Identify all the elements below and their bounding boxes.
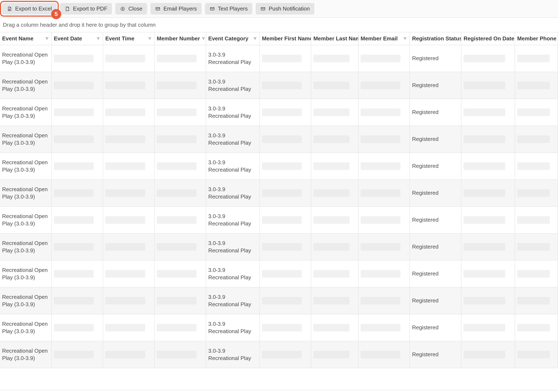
col-header[interactable]: Registration Status — [410, 32, 461, 45]
cell — [103, 45, 154, 72]
cell — [154, 179, 206, 206]
table-row[interactable]: Recreational Open Play (3.0-3.9)3.0-3.9 … — [0, 126, 558, 153]
redacted-value — [313, 297, 349, 305]
cell: Registered — [410, 153, 461, 179]
col-header[interactable]: Member Number — [154, 32, 206, 45]
col-header[interactable]: Event Category — [206, 32, 260, 45]
redacted-value — [361, 270, 401, 278]
redacted-value — [313, 162, 349, 170]
filter-icon[interactable] — [558, 36, 558, 41]
cell — [358, 126, 410, 153]
redacted-value — [157, 136, 197, 143]
cell — [515, 126, 558, 153]
cell: Recreational Open Play (3.0-3.9) — [0, 153, 52, 179]
col-header[interactable]: Registered On Date... — [461, 32, 515, 45]
cell — [260, 314, 311, 341]
filter-icon[interactable] — [96, 36, 101, 41]
col-label: Member First Name — [262, 35, 311, 42]
redacted-value — [54, 162, 94, 170]
redacted-value — [262, 243, 302, 251]
cell — [311, 99, 358, 126]
table-row[interactable]: Recreational Open Play (3.0-3.9)3.0-3.9 … — [0, 233, 558, 260]
cell — [358, 314, 410, 341]
redacted-value — [361, 55, 401, 62]
event-name: Recreational Open Play (3.0-3.9) — [2, 51, 49, 66]
redacted-value — [157, 243, 197, 251]
registration-status: Registered — [412, 243, 459, 250]
event-name: Recreational Open Play (3.0-3.9) — [2, 105, 49, 120]
cell — [311, 179, 358, 206]
registration-status: Registered — [412, 189, 459, 197]
event-name: Recreational Open Play (3.0-3.9) — [2, 159, 49, 173]
push-notification-button[interactable]: Push Notification — [256, 3, 314, 15]
col-header[interactable]: Event Time — [103, 32, 154, 45]
cell — [461, 260, 515, 287]
cell: Recreational Open Play (3.0-3.9) — [0, 99, 52, 126]
export-to-pdf-button[interactable]: Export to PDF — [60, 3, 112, 15]
col-header[interactable]: Member Email — [358, 32, 410, 45]
event-category: 3.0-3.9 Recreational Play — [208, 239, 257, 254]
cell — [260, 341, 311, 368]
col-header[interactable]: Member Phone — [515, 32, 558, 45]
text-players-button[interactable]: Text Players — [205, 3, 253, 15]
col-header[interactable]: Member Last Name — [311, 32, 358, 45]
table-row[interactable]: Recreational Open Play (3.0-3.9)3.0-3.9 … — [0, 99, 558, 126]
cell — [358, 233, 410, 260]
redacted-value — [54, 270, 94, 278]
redacted-value — [361, 351, 401, 358]
table-row[interactable]: Recreational Open Play (3.0-3.9)3.0-3.9 … — [0, 179, 558, 206]
registration-status: Registered — [412, 351, 459, 358]
cell: 3.0-3.9 Recreational Play — [206, 314, 260, 341]
redacted-value — [517, 55, 550, 62]
cell: 3.0-3.9 Recreational Play — [206, 99, 260, 126]
table-row[interactable]: Recreational Open Play (3.0-3.9)3.0-3.9 … — [0, 341, 558, 368]
cell — [515, 72, 558, 99]
col-header[interactable]: Event Date — [52, 32, 103, 45]
redacted-value — [361, 82, 401, 89]
cell: 3.0-3.9 Recreational Play — [206, 45, 260, 72]
col-header[interactable]: Event Name — [0, 32, 52, 45]
cell — [461, 206, 515, 233]
redacted-value — [517, 270, 550, 278]
registration-status: Registered — [412, 270, 459, 277]
col-label: Event Name — [2, 35, 34, 42]
table-row[interactable]: Recreational Open Play (3.0-3.9)3.0-3.9 … — [0, 260, 558, 287]
col-label: Registration Status — [412, 35, 461, 42]
table-row[interactable]: Recreational Open Play (3.0-3.9)3.0-3.9 … — [0, 314, 558, 341]
table-row[interactable]: Recreational Open Play (3.0-3.9)3.0-3.9 … — [0, 45, 558, 72]
filter-icon[interactable] — [45, 36, 49, 41]
cell: Registered — [410, 260, 461, 287]
filter-icon[interactable] — [201, 36, 206, 41]
redacted-value — [54, 136, 94, 143]
cell — [260, 153, 311, 179]
email-players-button[interactable]: Email Players — [150, 3, 201, 15]
cell — [52, 314, 103, 341]
cell: Registered — [410, 99, 461, 126]
redacted-value — [463, 55, 505, 62]
close-button[interactable]: Close — [115, 3, 147, 15]
table-row[interactable]: Recreational Open Play (3.0-3.9)3.0-3.9 … — [0, 153, 558, 179]
filter-icon[interactable] — [253, 36, 257, 41]
cell — [260, 260, 311, 287]
cell — [515, 341, 558, 368]
cell — [461, 287, 515, 314]
toolbar: Export to Excel 5 Export to PDF Close Em… — [0, 0, 558, 18]
cell — [311, 72, 358, 99]
cell — [103, 260, 154, 287]
filter-icon[interactable] — [148, 36, 152, 41]
cell — [461, 179, 515, 206]
cell — [103, 179, 154, 206]
cell — [52, 126, 103, 153]
group-by-hint[interactable]: Drag a column header and drop it here to… — [0, 18, 558, 32]
table-row[interactable]: Recreational Open Play (3.0-3.9)3.0-3.9 … — [0, 72, 558, 99]
cell — [311, 314, 358, 341]
table-row[interactable]: Recreational Open Play (3.0-3.9)3.0-3.9 … — [0, 206, 558, 233]
export-excel-label: Export to Excel — [15, 6, 52, 12]
cell — [358, 341, 410, 368]
cell: Recreational Open Play (3.0-3.9) — [0, 206, 52, 233]
table-row[interactable]: Recreational Open Play (3.0-3.9)3.0-3.9 … — [0, 287, 558, 314]
filter-icon[interactable] — [403, 36, 407, 41]
pdf-file-icon — [65, 6, 70, 12]
export-to-excel-button[interactable]: Export to Excel — [2, 3, 57, 15]
col-header[interactable]: Member First Name — [260, 32, 311, 45]
